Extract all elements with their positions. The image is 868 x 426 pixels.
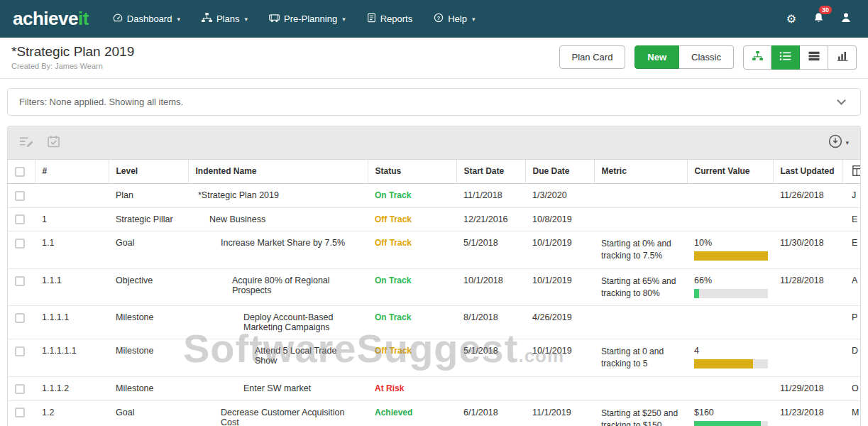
table-row: 1.2GoalDecrease Customer Acquisition Cos… [8,400,860,426]
row-checkbox[interactable] [15,214,25,224]
table-row: 1.1.1.1.1MilestoneAttend 5 Local Trade S… [8,339,860,377]
row-start-date: 5/1/2018 [456,339,525,377]
row-metric: Starting at 0 and tracking to 5 [594,339,687,377]
progress-bar [694,289,768,298]
col-level[interactable]: Level [109,160,188,183]
row-start-date: 12/21/2016 [456,207,525,231]
select-all-checkbox[interactable] [15,167,25,177]
nav-item-plans[interactable]: Plans ▾ [202,13,248,25]
classic-toggle-button[interactable]: Classic [679,45,734,70]
nav-label: Help [448,13,467,24]
row-status: Off Track [368,231,456,269]
row-number: 1 [35,207,109,231]
row-checkbox[interactable] [15,384,25,394]
row-metric [594,306,687,339]
row-status: On Track [368,306,456,339]
row-level: Strategic Pillar [109,207,188,231]
row-indented-name: Decrease Customer Acquisition Cost [188,400,368,426]
row-start-date: 5/1/2018 [456,231,525,269]
table-row: 1.1.1.2MilestoneEnter SW marketAt Risk11… [8,377,860,401]
row-due-date: 11/1/2019 [525,400,594,426]
filters-summary: Filters: None applied. Showing all items… [19,97,183,107]
chart-view-icon [837,51,848,64]
table-row: 1Strategic PillarNew BusinessOff Track12… [8,207,860,231]
new-toggle-button[interactable]: New [634,45,679,70]
complete-items-icon[interactable] [48,136,60,151]
chevron-down-icon[interactable] [837,96,846,105]
column-settings-button[interactable] [842,160,860,183]
row-due-date [525,377,594,401]
plan-card-button[interactable]: Plan Card [559,45,626,70]
svg-text:?: ? [437,15,441,21]
current-value-label: 10% [694,238,766,248]
new-classic-toggle: New Classic [634,45,734,70]
nav-item-pre-planning[interactable]: Pre-Planning ▾ [269,13,346,25]
export-button[interactable]: ▾ [828,134,849,151]
filters-bar[interactable]: Filters: None applied. Showing all items… [7,88,861,116]
current-value-label: 66% [694,275,766,285]
page-title: *Strategic Plan 2019 [11,44,134,60]
toolbar-left-actions [19,136,60,151]
chart-view-button[interactable] [828,45,857,70]
reports-icon [367,13,376,25]
nav-item-reports[interactable]: Reports [367,13,413,25]
nav-item-dashboard[interactable]: Dashboard ▾ [113,13,180,25]
row-checkbox[interactable] [15,408,25,417]
plan-items-table: # Level Indented Name Status Start Date … [8,160,860,426]
row-select-cell [8,306,35,339]
progress-bar-fill [694,251,768,261]
table-row: Plan*Strategic Plan 2019On Track11/1/201… [8,183,860,207]
user-profile-button[interactable] [841,12,851,26]
chevron-down-icon: ▾ [342,16,346,23]
row-checkbox[interactable] [15,346,25,356]
row-start-date [456,377,525,401]
notification-badge: 30 [819,6,832,14]
chevron-down-icon: ▾ [845,139,849,146]
row-assigned: E [842,207,860,231]
notifications-button[interactable]: 30 [813,12,824,26]
select-all-header [8,160,35,183]
tree-view-button[interactable] [743,45,771,70]
row-number: 1.1.1 [35,268,109,306]
column-settings-icon [852,168,861,178]
plan-items-table-card: ▾ # Level Indented Name Status Start Dat… [7,126,861,426]
pre-planning-icon [269,13,280,25]
col-current-value[interactable]: Current Value [687,160,773,183]
created-by-text: Created By: James Wearn [11,62,134,70]
col-number[interactable]: # [35,160,109,183]
table-row: 1.1.1.1MilestoneDeploy Account-Based Mar… [8,306,860,339]
row-start-date: 11/1/2018 [456,183,525,207]
row-checkbox[interactable] [15,191,25,201]
row-due-date: 10/1/2019 [525,268,594,306]
progress-bar-fill [694,421,761,426]
col-status[interactable]: Status [368,160,456,183]
row-checkbox[interactable] [15,313,25,323]
rows-view-icon [808,51,820,64]
row-checkbox[interactable] [15,239,25,248]
row-assigned: J [842,183,860,207]
row-number [35,183,109,207]
row-checkbox[interactable] [15,276,25,286]
table-body: Plan*Strategic Plan 2019On Track11/1/201… [8,183,860,426]
rows-view-button[interactable] [800,45,828,70]
row-select-cell [8,183,35,207]
col-metric[interactable]: Metric [594,160,687,183]
settings-gear-icon[interactable]: ⚙ [786,13,796,25]
row-level: Milestone [109,377,188,401]
nav-item-help[interactable]: ? Help ▾ [434,13,475,25]
row-assigned: E [842,231,860,269]
row-due-date: 10/1/2019 [525,339,594,377]
row-status: At Risk [368,377,456,401]
edit-items-icon[interactable] [19,136,33,151]
row-status: Achieved [368,400,456,426]
row-current-value: $160 [687,400,773,426]
col-due-date[interactable]: Due Date [525,160,594,183]
list-view-button[interactable] [771,45,800,70]
achieveit-logo[interactable]: achieveit [13,8,89,30]
bell-icon [813,13,824,26]
col-last-updated[interactable]: Last Updated [773,160,842,183]
row-indented-name: New Business [188,207,368,231]
col-start-date[interactable]: Start Date [456,160,525,183]
col-indented-name[interactable]: Indented Name [188,160,368,183]
chevron-down-icon: ▾ [244,16,248,23]
